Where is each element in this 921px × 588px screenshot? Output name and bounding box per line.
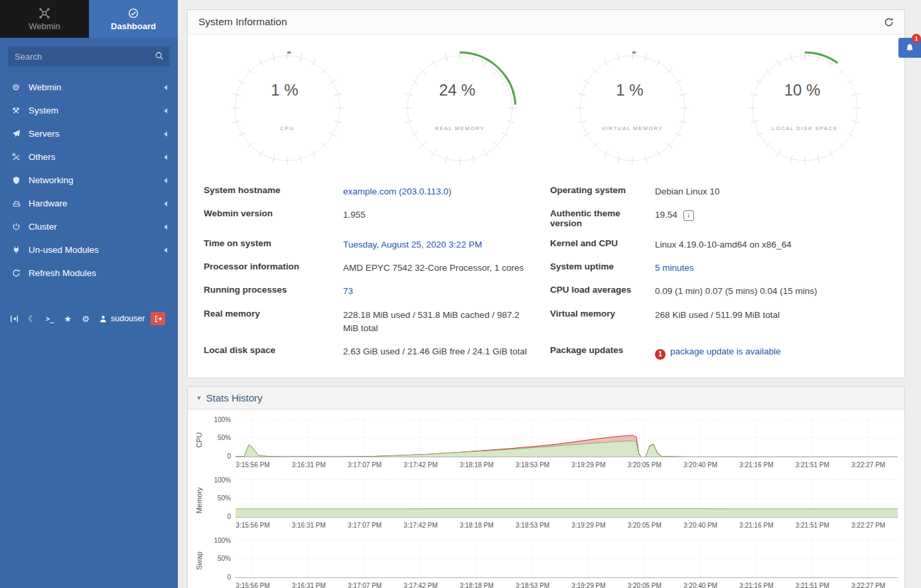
search-icon[interactable] bbox=[155, 51, 164, 62]
logout-icon bbox=[155, 315, 162, 323]
bell-icon bbox=[905, 43, 914, 52]
x-tick-label: 3:18:18 PM bbox=[460, 522, 494, 529]
logout-button[interactable] bbox=[151, 312, 165, 325]
x-tick-label: 3:20:05 PM bbox=[628, 522, 662, 529]
gauge-local-disk-space: 10 %LOCAL DISK SPACE bbox=[742, 45, 868, 173]
refresh-page-button[interactable] bbox=[884, 17, 894, 27]
favorites-icon[interactable]: ★ bbox=[60, 311, 75, 326]
sidebar-item-cluster[interactable]: Cluster bbox=[0, 215, 178, 238]
plug-icon bbox=[12, 246, 29, 254]
terminal-icon[interactable]: >_ bbox=[42, 311, 57, 326]
x-tick-label: 3:21:51 PM bbox=[796, 522, 829, 529]
sidebar-menu: ⚙Webmin⚒SystemServersOthersNetworkingHar… bbox=[0, 76, 178, 261]
chart-series-label: CPU bbox=[193, 419, 205, 470]
x-tick-label: 3:21:16 PM bbox=[739, 522, 773, 529]
info-label: System uptime bbox=[550, 261, 655, 271]
svg-text:VIRTUAL MEMORY: VIRTUAL MEMORY bbox=[602, 125, 663, 131]
x-tick-label: 3:16:31 PM bbox=[292, 461, 326, 469]
x-tick-label: 3:15:56 PM bbox=[236, 522, 269, 529]
sidebar-item-un-used-modules[interactable]: Un-used Modules bbox=[0, 238, 178, 261]
x-tick-label: 3:20:40 PM bbox=[683, 582, 717, 588]
x-tick-label: 3:22:27 PM bbox=[851, 582, 885, 588]
user-icon bbox=[99, 315, 107, 323]
info-value-link[interactable]: Tuesday, August 25, 2020 3:22 PM bbox=[343, 240, 482, 250]
info-value-cell: AMD EPYC 7542 32-Core Processor, 1 cores bbox=[343, 261, 550, 275]
y-tick-label: 50% bbox=[218, 434, 231, 441]
x-tick-label: 3:16:31 PM bbox=[292, 522, 326, 529]
info-row: System hostnameexample.com (203.0.113.0)… bbox=[204, 180, 888, 203]
y-tick-label: 0 bbox=[227, 453, 231, 460]
x-axis-labels: 3:15:56 PM3:16:31 PM3:17:07 PM3:17:42 PM… bbox=[236, 580, 898, 588]
tab-webmin[interactable]: Webmin bbox=[0, 0, 89, 38]
info-value-cell: 73 bbox=[343, 285, 550, 298]
info-value-cell: 19.54i bbox=[655, 208, 888, 222]
info-value-cell: Tuesday, August 25, 2020 3:22 PM bbox=[343, 238, 550, 252]
tab-dashboard[interactable]: Dashboard bbox=[89, 0, 178, 38]
info-label: Local disk space bbox=[204, 345, 343, 355]
sidebar-item-label: Others bbox=[29, 152, 161, 162]
x-tick-label: 3:15:56 PM bbox=[236, 582, 269, 588]
night-mode-icon[interactable]: ☾ bbox=[25, 311, 39, 326]
panel-toggle-icon[interactable] bbox=[7, 311, 21, 326]
sidebar-item-others[interactable]: Others bbox=[0, 145, 178, 169]
x-tick-label: 3:18:53 PM bbox=[516, 461, 549, 469]
info-value-cell: Linux 4.19.0-10-amd64 on x86_64 bbox=[655, 238, 888, 252]
search-input[interactable] bbox=[8, 46, 170, 66]
theme-config-icon[interactable]: ⚙ bbox=[78, 311, 93, 326]
chart-swap: Swap100%50%03:15:56 PM3:16:31 PM3:17:07 … bbox=[193, 540, 896, 588]
x-tick-label: 3:18:18 PM bbox=[460, 461, 494, 469]
sidebar-item-webmin[interactable]: ⚙Webmin bbox=[0, 76, 178, 99]
plot-area: 3:15:56 PM3:16:31 PM3:17:07 PM3:17:42 PM… bbox=[236, 419, 898, 470]
info-value-cell: 2.63 GiB used / 21.46 GiB free / 24.1 Gi… bbox=[343, 345, 550, 358]
x-tick-label: 3:20:40 PM bbox=[683, 522, 717, 529]
sidebar-item-system[interactable]: ⚒System bbox=[0, 99, 178, 122]
check-circle-icon bbox=[128, 7, 139, 19]
sidebar-item-label: Webmin bbox=[29, 82, 161, 92]
sidebar-item-refresh-modules[interactable]: Refresh Modules bbox=[0, 261, 178, 285]
svg-text:1 %: 1 % bbox=[271, 81, 298, 99]
info-row: Processor informationAMD EPYC 7542 32-Co… bbox=[204, 257, 888, 280]
x-tick-label: 3:19:29 PM bbox=[571, 582, 605, 588]
info-label: Authentic theme version bbox=[550, 208, 655, 228]
chevron-left-icon bbox=[161, 108, 167, 113]
y-tick-label: 50% bbox=[218, 555, 231, 562]
info-value-link[interactable]: 73 bbox=[343, 286, 353, 296]
sidebar-item-label: Un-used Modules bbox=[29, 245, 161, 255]
info-value: Debian Linux 10 bbox=[655, 186, 720, 196]
info-value-link[interactable]: example.com (203.0.113.0) bbox=[343, 186, 451, 196]
chevron-left-icon bbox=[161, 248, 167, 253]
x-tick-label: 3:19:29 PM bbox=[571, 522, 605, 529]
info-value-cell: 228.18 MiB used / 531.8 MiB cached / 987… bbox=[343, 309, 550, 336]
info-label: Processor information bbox=[204, 261, 343, 271]
svg-text:10 %: 10 % bbox=[784, 81, 821, 99]
x-tick-label: 3:21:51 PM bbox=[796, 461, 829, 469]
info-value: AMD EPYC 7542 32-Core Processor, 1 cores bbox=[343, 263, 524, 273]
info-label: Virtual memory bbox=[550, 309, 655, 319]
x-tick-label: 3:16:31 PM bbox=[292, 582, 326, 588]
power-icon bbox=[12, 222, 29, 231]
x-tick-label: 3:20:05 PM bbox=[628, 461, 662, 469]
sidebar-item-hardware[interactable]: Hardware bbox=[0, 192, 178, 215]
chart-cpu: CPU100%50%03:15:56 PM3:16:31 PM3:17:07 P… bbox=[193, 419, 896, 470]
system-information-panel: System Information 1 %CPU24 %REAL MEMORY… bbox=[187, 9, 905, 378]
sidebar-item-networking[interactable]: Networking bbox=[0, 169, 178, 192]
info-value-link[interactable]: package update is available bbox=[670, 346, 781, 356]
notifications-button[interactable]: 1 bbox=[898, 38, 921, 58]
chevron-left-icon bbox=[161, 201, 167, 206]
gauge-virtual-memory: 1 %VIRTUAL MEMORY bbox=[569, 45, 695, 173]
info-value-link[interactable]: 5 minutes bbox=[655, 263, 694, 273]
x-tick-label: 3:21:16 PM bbox=[739, 461, 773, 469]
sidebar-item-label: Servers bbox=[29, 129, 161, 139]
info-value-cell: example.com (203.0.113.0) bbox=[343, 185, 550, 198]
tools-icon bbox=[12, 153, 29, 161]
theme-version-info-badge[interactable]: i bbox=[683, 210, 694, 221]
x-tick-label: 3:20:40 PM bbox=[683, 461, 717, 469]
current-user-button[interactable]: sudouser bbox=[96, 314, 147, 323]
sidebar-item-servers[interactable]: Servers bbox=[0, 122, 178, 145]
stats-history-header[interactable]: ▾ Stats History bbox=[188, 387, 904, 409]
tab-webmin-label: Webmin bbox=[29, 21, 60, 31]
sidebar-bottom-bar: ☾ >_ ★ ⚙ sudouser bbox=[0, 311, 178, 326]
chart-series-label: Memory bbox=[193, 479, 205, 530]
info-value: 268 KiB used / 511.99 MiB total bbox=[655, 310, 780, 320]
sidebar-tabs: Webmin Dashboard bbox=[0, 0, 178, 38]
